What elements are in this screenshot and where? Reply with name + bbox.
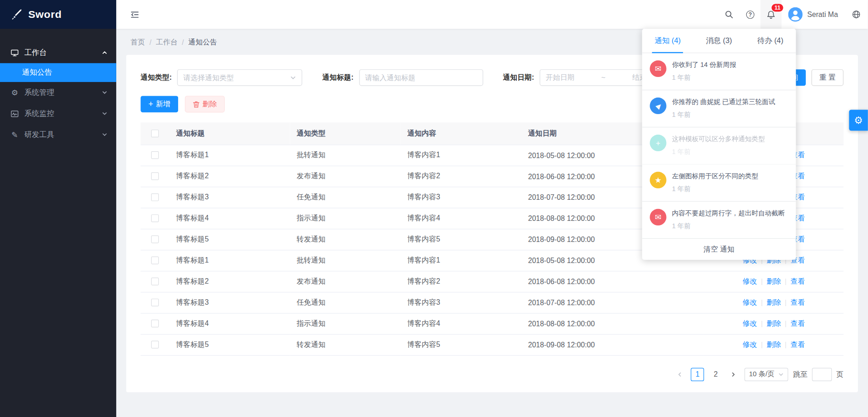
- page-jump: 跳至 页: [793, 368, 843, 381]
- page-unit-label: 页: [836, 369, 844, 379]
- cell-notice-date: 2018-09-08 12:00:00: [521, 334, 704, 355]
- notification-panel: 通知 (4) 消息 (3) 待办 (4) ✉ 你收到了 14 份新周报 1 年前…: [642, 29, 796, 260]
- row-checkbox[interactable]: [151, 193, 159, 201]
- table-row[interactable]: 博客标题4 指示通知 博客内容4 2018-08-08 12:00:00 修改|…: [141, 313, 843, 334]
- column-header-title: 通知标题: [169, 122, 290, 144]
- row-action-view[interactable]: 查看: [791, 298, 805, 306]
- row-checkbox[interactable]: [151, 320, 159, 328]
- notifications-button[interactable]: 11: [761, 0, 782, 29]
- reset-button[interactable]: 重 置: [812, 69, 844, 86]
- jump-page-input[interactable]: [812, 368, 832, 381]
- row-action-view[interactable]: 查看: [791, 340, 805, 348]
- row-checkbox[interactable]: [151, 299, 159, 307]
- notification-item[interactable]: + 这种模板可以区分多种通知类型 1 年前: [642, 127, 796, 165]
- search-button[interactable]: [719, 0, 740, 29]
- row-action-view[interactable]: 查看: [791, 277, 805, 285]
- row-checkbox[interactable]: [151, 151, 159, 159]
- notification-item[interactable]: ★ 左侧图标用于区分不同的类型 1 年前: [642, 165, 796, 202]
- row-checkbox[interactable]: [151, 172, 159, 180]
- notice-type-select[interactable]: [177, 69, 302, 86]
- row-checkbox[interactable]: [151, 214, 159, 222]
- cell-notice-content: 博客内容3: [401, 292, 521, 313]
- search-icon: [725, 10, 733, 19]
- sidebar-item-notice[interactable]: 通知公告: [0, 63, 116, 82]
- breadcrumb-workbench[interactable]: 工作台: [156, 37, 177, 47]
- cell-actions: 修改|删除|查看: [704, 334, 844, 355]
- notification-time: 1 年前: [672, 148, 765, 157]
- table-row[interactable]: 博客标题5 转发通知 博客内容5 2018-09-08 12:00:00 修改|…: [141, 334, 843, 355]
- notification-item[interactable]: ✉ 内容不要超过两行字，超出时自动截断 1 年前: [642, 202, 796, 239]
- plus-icon: +: [148, 100, 153, 108]
- table-row[interactable]: 博客标题3 任免通知 博客内容3 2018-07-08 12:00:00 修改|…: [141, 292, 843, 313]
- tab-messages[interactable]: 消息 (3): [693, 29, 744, 53]
- row-checkbox[interactable]: [151, 341, 159, 349]
- sidebar: Sword 工作台 通知公告 ⚙ 系统管理: [0, 0, 116, 417]
- sidebar-menu: 工作台 通知公告 ⚙ 系统管理 系统监控: [0, 29, 116, 145]
- row-action-edit[interactable]: 修改: [743, 298, 757, 306]
- menu-fold-icon: [130, 10, 140, 19]
- row-action-delete[interactable]: 删除: [766, 340, 781, 348]
- cell-notice-type: 任免通知: [290, 187, 401, 208]
- breadcrumb-home[interactable]: 首页: [130, 37, 145, 47]
- app-logo[interactable]: Sword: [0, 0, 116, 29]
- theme-settings-button[interactable]: ⚙: [849, 110, 868, 131]
- notification-item[interactable]: ▶ 你推荐的 曲妮妮 已通过第三轮面试 1 年前: [642, 90, 796, 127]
- cell-notice-title: 博客标题4: [169, 208, 290, 229]
- page-size-select[interactable]: 10 条/页: [744, 368, 788, 381]
- trash-icon: [192, 100, 200, 108]
- row-checkbox[interactable]: [151, 257, 159, 264]
- cell-notice-title: 博客标题2: [169, 165, 290, 187]
- row-checkbox[interactable]: [151, 236, 159, 243]
- row-action-delete[interactable]: 删除: [766, 277, 781, 285]
- notification-time: 1 年前: [672, 222, 785, 231]
- filter-type-label: 通知类型:: [141, 72, 172, 82]
- sidebar-collapse-button[interactable]: [126, 6, 143, 22]
- row-action-edit[interactable]: 修改: [743, 340, 757, 348]
- tab-notices[interactable]: 通知 (4): [642, 29, 693, 53]
- cell-notice-content: 博客内容2: [401, 165, 521, 187]
- row-action-edit[interactable]: 修改: [743, 319, 757, 327]
- header-actions: ? 11 Serati Ma: [719, 0, 868, 29]
- clear-notifications-button[interactable]: 清空 通知: [642, 239, 796, 260]
- sidebar-item-system-monitor[interactable]: 系统监控: [0, 103, 116, 124]
- sword-logo-icon: [11, 9, 22, 20]
- row-action-view[interactable]: 查看: [791, 319, 805, 327]
- notification-text: 左侧图标用于区分不同的类型: [672, 172, 759, 181]
- pagination-page-2[interactable]: 2: [709, 368, 722, 381]
- mail-icon: ✉: [650, 60, 666, 77]
- pagination-prev-button[interactable]: [674, 368, 686, 381]
- pagination-page-1[interactable]: 1: [691, 368, 704, 381]
- chevron-down-icon: [778, 372, 784, 377]
- sidebar-item-system-admin[interactable]: ⚙ 系统管理: [0, 82, 116, 103]
- cell-notice-date: 2018-07-08 12:00:00: [521, 292, 704, 313]
- tab-todos[interactable]: 待办 (4): [745, 29, 796, 53]
- notification-text: 你推荐的 曲妮妮 已通过第三轮面试: [672, 98, 776, 107]
- notification-text: 这种模板可以区分多种通知类型: [672, 135, 765, 144]
- select-all-checkbox[interactable]: [151, 130, 159, 137]
- pagination-next-button[interactable]: [727, 368, 740, 381]
- add-button[interactable]: + 新增: [141, 96, 178, 112]
- language-button[interactable]: [845, 0, 868, 29]
- notification-time: 1 年前: [672, 185, 759, 194]
- user-menu[interactable]: Serati Ma: [782, 0, 845, 29]
- table-row[interactable]: 博客标题2 发布通知 博客内容2 2018-06-08 12:00:00 修改|…: [141, 271, 843, 292]
- chevron-down-icon: [102, 132, 107, 137]
- sidebar-item-workbench[interactable]: 工作台: [0, 42, 116, 63]
- notification-text: 你收到了 14 份新周报: [672, 60, 736, 70]
- cell-notice-type: 批转通知: [290, 145, 401, 166]
- row-action-delete[interactable]: 删除: [766, 319, 781, 327]
- help-button[interactable]: ?: [740, 0, 761, 29]
- breadcrumb-current: 通知公告: [188, 37, 217, 47]
- pagination: 1 2 10 条/页 跳至 页: [141, 368, 843, 381]
- sidebar-item-dev-tools[interactable]: ✎ 研发工具: [0, 124, 116, 145]
- monitor-icon: [10, 48, 20, 58]
- notice-type-select-input[interactable]: [184, 73, 290, 82]
- row-action-delete[interactable]: 删除: [766, 298, 781, 306]
- question-icon: ?: [746, 10, 754, 18]
- row-action-edit[interactable]: 修改: [743, 277, 757, 285]
- notice-title-input[interactable]: [365, 73, 477, 82]
- delete-button[interactable]: 删除: [185, 96, 225, 112]
- row-checkbox[interactable]: [151, 278, 159, 285]
- action-separator: |: [761, 341, 763, 349]
- notification-item[interactable]: ✉ 你收到了 14 份新周报 1 年前: [642, 53, 796, 90]
